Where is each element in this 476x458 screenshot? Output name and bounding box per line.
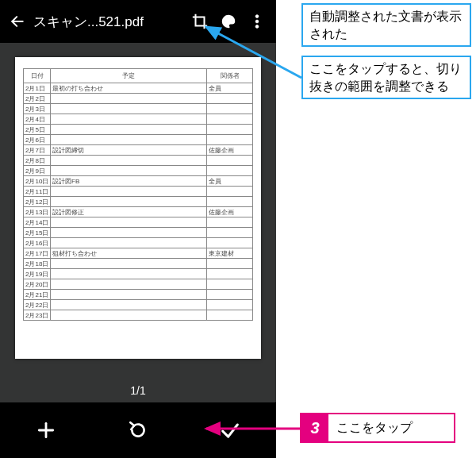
svg-point-7 (255, 25, 259, 29)
cell-rel (207, 104, 253, 114)
cell-plan: 最初の打ち合わせ (51, 83, 207, 94)
cell-rel (207, 197, 253, 207)
table-row: 2月6日 (24, 135, 253, 145)
cell-plan (51, 166, 207, 176)
cell-rel (207, 228, 253, 238)
cell-plan (51, 269, 207, 279)
table-row: 2月14日 (24, 217, 253, 228)
cell-rel (207, 94, 253, 104)
cell-plan (51, 217, 207, 228)
cell-plan: 設計図締切 (51, 145, 207, 156)
annotation-1: 自動調整された文書が表示された (301, 3, 471, 47)
cell-plan: 設計図FB (51, 176, 207, 187)
cell-date: 2月6日 (24, 135, 51, 145)
preview-area: 日付 予定 関係者 2月1日最初の打ち合わせ全員2月2日2月3日2月4日2月5日… (0, 43, 276, 402)
table-row: 2月7日設計図締切佐藤企画 (24, 145, 253, 156)
svg-point-6 (255, 20, 259, 23)
cell-plan (51, 310, 207, 321)
table-row: 2月13日設計図修正佐藤企画 (24, 207, 253, 217)
table-row: 2月23日 (24, 310, 253, 321)
table-row: 2月9日 (24, 166, 253, 176)
palette-button[interactable] (216, 9, 241, 34)
top-bar: スキャン...521.pdf (0, 0, 276, 43)
back-button[interactable] (6, 10, 29, 33)
cell-date: 2月18日 (24, 259, 51, 269)
cell-rel (207, 269, 253, 279)
svg-point-4 (231, 20, 232, 21)
schedule-table: 日付 予定 関係者 2月1日最初の打ち合わせ全員2月2日2月3日2月4日2月5日… (23, 68, 253, 321)
cell-date: 2月22日 (24, 300, 51, 310)
cell-date: 2月10日 (24, 176, 51, 187)
cell-plan (51, 125, 207, 135)
crop-button[interactable] (187, 9, 213, 34)
document-title: スキャン...521.pdf (33, 13, 144, 31)
cell-plan (51, 279, 207, 290)
cell-plan (51, 238, 207, 248)
table-row: 2月17日狙材打ち合わせ東京建材 (24, 248, 253, 259)
add-page-button[interactable] (27, 411, 65, 449)
table-row: 2月16日 (24, 238, 253, 248)
cell-rel (207, 238, 253, 248)
retake-button[interactable] (119, 411, 157, 449)
cell-rel (207, 125, 253, 135)
annotation-3: 3 ここをタップ (300, 413, 455, 443)
cell-date: 2月15日 (24, 228, 51, 238)
cell-date: 2月23日 (24, 310, 51, 321)
table-row: 2月20日 (24, 279, 253, 290)
confirm-button[interactable] (211, 411, 249, 449)
cell-rel (207, 156, 253, 166)
col-rel: 関係者 (207, 69, 253, 83)
cell-date: 2月11日 (24, 187, 51, 197)
cell-date: 2月13日 (24, 207, 51, 217)
cell-date: 2月3日 (24, 104, 51, 114)
cell-rel (207, 135, 253, 145)
cell-plan: 狙材打ち合わせ (51, 248, 207, 259)
cell-plan (51, 259, 207, 269)
cell-rel (207, 259, 253, 269)
cell-plan (51, 290, 207, 300)
cell-date: 2月7日 (24, 145, 51, 156)
overflow-menu-button[interactable] (244, 9, 270, 34)
svg-point-3 (229, 17, 231, 19)
cell-rel (207, 279, 253, 290)
table-row: 2月4日 (24, 114, 253, 125)
cell-date: 2月2日 (24, 94, 51, 104)
cell-rel: 全員 (207, 176, 253, 187)
cell-date: 2月5日 (24, 125, 51, 135)
cell-rel: 佐藤企画 (207, 145, 253, 156)
svg-point-2 (226, 17, 228, 19)
cell-rel (207, 310, 253, 321)
cell-plan (51, 187, 207, 197)
table-row: 2月2日 (24, 94, 253, 104)
cell-date: 2月16日 (24, 238, 51, 248)
annotation-2: ここをタップすると、切り抜きの範囲を調整できる (301, 56, 471, 99)
svg-point-5 (255, 15, 259, 18)
cell-plan (51, 228, 207, 238)
cell-plan: 設計図修正 (51, 207, 207, 217)
cell-date: 2月9日 (24, 166, 51, 176)
cell-rel (207, 166, 253, 176)
table-row: 2月15日 (24, 228, 253, 238)
cell-rel: 全員 (207, 83, 253, 94)
cell-rel: 佐藤企画 (207, 207, 253, 217)
col-plan: 予定 (51, 69, 207, 83)
cell-rel (207, 217, 253, 228)
cell-plan (51, 197, 207, 207)
cell-date: 2月17日 (24, 248, 51, 259)
annotation-3-text: ここをタップ (328, 419, 420, 437)
cell-date: 2月14日 (24, 217, 51, 228)
table-row: 2月19日 (24, 269, 253, 279)
table-row: 2月3日 (24, 104, 253, 114)
cell-date: 2月4日 (24, 114, 51, 125)
cell-plan (51, 300, 207, 310)
cell-rel: 東京建材 (207, 248, 253, 259)
page-indicator: 1/1 (130, 384, 145, 397)
app-screen: スキャン...521.pdf (0, 0, 276, 458)
scanned-document: 日付 予定 関係者 2月1日最初の打ち合わせ全員2月2日2月3日2月4日2月5日… (15, 57, 261, 359)
cell-date: 2月20日 (24, 279, 51, 290)
cell-date: 2月12日 (24, 197, 51, 207)
col-date: 日付 (24, 69, 51, 83)
cell-rel (207, 290, 253, 300)
table-row: 2月18日 (24, 259, 253, 269)
cell-date: 2月19日 (24, 269, 51, 279)
